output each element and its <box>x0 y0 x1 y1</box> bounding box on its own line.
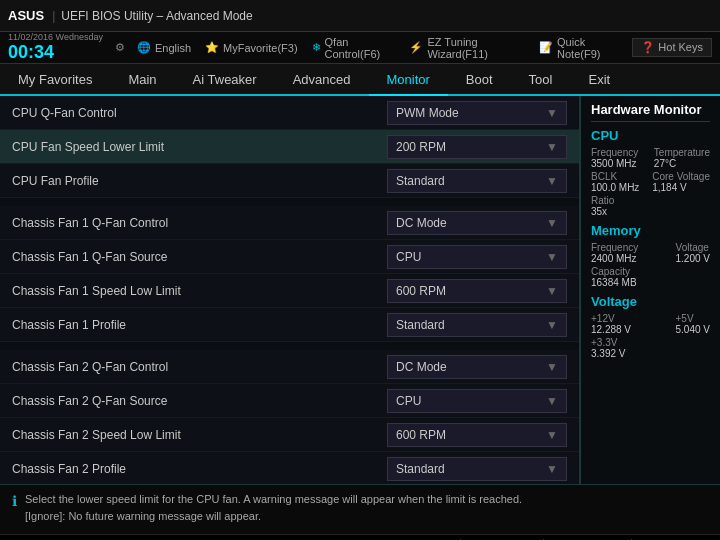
content-area: CPU Q-Fan Control PWM Mode ▼ CPU Fan Spe… <box>0 96 580 484</box>
setting-label-chassis2-speed: Chassis Fan 2 Speed Low Limit <box>12 428 387 442</box>
info-bar: 11/02/2016 Wednesday 00:34 ⚙ 🌐 English ⭐… <box>0 32 720 64</box>
dropdown-value-chassis1-profile: Standard <box>396 318 445 332</box>
setting-label-chassis1-speed: Chassis Fan 1 Speed Low Limit <box>12 284 387 298</box>
tab-my-favorites[interactable]: My Favorites <box>0 64 110 96</box>
hot-keys-label: ❓ <box>641 41 658 53</box>
setting-chassis2-profile: Chassis Fan 2 Profile Standard ▼ <box>0 452 579 484</box>
info-bar-items: 🌐 English ⭐ MyFavorite(F3) ❄ Qfan Contro… <box>137 36 620 60</box>
tab-monitor[interactable]: Monitor <box>369 64 448 96</box>
dropdown-chassis2-profile[interactable]: Standard ▼ <box>387 457 567 481</box>
dropdown-arrow: ▼ <box>546 250 558 264</box>
ez-tuning-icon: ⚡ <box>409 41 423 54</box>
tab-exit[interactable]: Exit <box>570 64 628 96</box>
voltage-33v-value: 3.392 V <box>591 348 710 359</box>
dropdown-cpu-fan-speed[interactable]: 200 RPM ▼ <box>387 135 567 159</box>
cpu-core-voltage-label: Core Voltage <box>652 171 710 182</box>
qfan-item[interactable]: ❄ Qfan Control(F6) <box>312 36 396 60</box>
memory-capacity-value: 16384 MB <box>591 277 710 288</box>
ez-tuning-label: EZ Tuning Wizard(F11) <box>427 36 525 60</box>
cpu-ratio-label: Ratio <box>591 195 710 206</box>
cpu-core-voltage-value: 1,184 V <box>652 182 710 193</box>
voltage-5v-value: 5.040 V <box>676 324 710 335</box>
section-gap-2 <box>0 342 579 350</box>
dropdown-cpu-qfan-control[interactable]: PWM Mode ▼ <box>387 101 567 125</box>
cpu-bclk-row: BCLK 100.0 MHz Core Voltage 1,184 V <box>591 171 710 193</box>
info-text-area: Select the lower speed limit for the CPU… <box>25 491 522 524</box>
tab-ai-tweaker[interactable]: Ai Tweaker <box>175 64 275 96</box>
cpu-bclk-value: 100.0 MHz <box>591 182 639 193</box>
dropdown-cpu-fan-profile[interactable]: Standard ▼ <box>387 169 567 193</box>
dropdown-arrow: ▼ <box>546 106 558 120</box>
setting-label-cpu-qfan-control: CPU Q-Fan Control <box>12 106 387 120</box>
voltage-12v-label: +12V <box>591 313 631 324</box>
setting-cpu-fan-profile: CPU Fan Profile Standard ▼ <box>0 164 579 198</box>
voltage-12v-value: 12.288 V <box>591 324 631 335</box>
language-item[interactable]: 🌐 English <box>137 41 191 54</box>
time-display: 00:34 <box>8 43 103 63</box>
info-text-2: [Ignore]: No future warning message will… <box>25 508 522 525</box>
dropdown-chassis2-qfan-source[interactable]: CPU ▼ <box>387 389 567 413</box>
memory-section-title: Memory <box>591 223 710 238</box>
dropdown-value-cpu-fan-speed: 200 RPM <box>396 140 446 154</box>
dropdown-value-cpu-fan-profile: Standard <box>396 174 445 188</box>
dropdown-chassis1-qfan-source[interactable]: CPU ▼ <box>387 245 567 269</box>
dropdown-arrow: ▼ <box>546 428 558 442</box>
hot-keys-button[interactable]: ❓ Hot Keys <box>632 38 712 57</box>
memory-voltage-label: Voltage <box>676 242 710 253</box>
memory-freq-row: Frequency 2400 MHz Voltage 1.200 V <box>591 242 710 264</box>
ez-tuning-item[interactable]: ⚡ EZ Tuning Wizard(F11) <box>409 36 525 60</box>
tab-tool[interactable]: Tool <box>511 64 571 96</box>
dropdown-arrow: ▼ <box>546 284 558 298</box>
dropdown-value-cpu-qfan-control: PWM Mode <box>396 106 459 120</box>
settings-icon[interactable]: ⚙ <box>115 41 125 54</box>
tab-main[interactable]: Main <box>110 64 174 96</box>
cpu-temperature-value: 27°C <box>654 158 710 169</box>
dropdown-value-chassis1-qfan-control: DC Mode <box>396 216 447 230</box>
dropdown-chassis1-profile[interactable]: Standard ▼ <box>387 313 567 337</box>
setting-chassis2-qfan-source: Chassis Fan 2 Q-Fan Source CPU ▼ <box>0 384 579 418</box>
cpu-ratio-value: 35x <box>591 206 710 217</box>
dropdown-chassis2-speed[interactable]: 600 RPM ▼ <box>387 423 567 447</box>
dropdown-arrow: ▼ <box>546 462 558 476</box>
setting-label-cpu-fan-speed: CPU Fan Speed Lower Limit <box>12 140 387 154</box>
dropdown-arrow: ▼ <box>546 174 558 188</box>
setting-label-cpu-fan-profile: CPU Fan Profile <box>12 174 387 188</box>
tab-advanced[interactable]: Advanced <box>275 64 369 96</box>
favorites-icon: ⭐ <box>205 41 219 54</box>
dropdown-chassis1-qfan-control[interactable]: DC Mode ▼ <box>387 211 567 235</box>
setting-chassis2-speed: Chassis Fan 2 Speed Low Limit 600 RPM ▼ <box>0 418 579 452</box>
quick-note-item[interactable]: 📝 Quick Note(F9) <box>539 36 620 60</box>
setting-label-chassis1-profile: Chassis Fan 1 Profile <box>12 318 387 332</box>
setting-label-chassis2-profile: Chassis Fan 2 Profile <box>12 462 387 476</box>
dropdown-arrow: ▼ <box>546 394 558 408</box>
dropdown-value-chassis2-qfan-control: DC Mode <box>396 360 447 374</box>
dropdown-value-chassis2-profile: Standard <box>396 462 445 476</box>
setting-cpu-fan-speed: CPU Fan Speed Lower Limit 200 RPM ▼ <box>0 130 579 164</box>
voltage-33v-label: +3.3V <box>591 337 710 348</box>
favorites-item[interactable]: ⭐ MyFavorite(F3) <box>205 41 298 54</box>
footer: Version 2.17.1246. Copyright (C) 2016 Am… <box>0 534 720 540</box>
voltage-5v-label: +5V <box>676 313 710 324</box>
dropdown-arrow: ▼ <box>546 216 558 230</box>
dropdown-chassis2-qfan-control[interactable]: DC Mode ▼ <box>387 355 567 379</box>
language-icon: 🌐 <box>137 41 151 54</box>
tab-boot[interactable]: Boot <box>448 64 511 96</box>
hot-keys-text: Hot Keys <box>658 41 703 53</box>
info-text-1: Select the lower speed limit for the CPU… <box>25 491 522 508</box>
cpu-frequency-label: Frequency <box>591 147 638 158</box>
qfan-icon: ❄ <box>312 41 321 54</box>
dropdown-chassis1-speed[interactable]: 600 RPM ▼ <box>387 279 567 303</box>
setting-chassis1-qfan-control: Chassis Fan 1 Q-Fan Control DC Mode ▼ <box>0 206 579 240</box>
memory-capacity-label: Capacity <box>591 266 710 277</box>
asus-logo: ASUS <box>8 8 44 23</box>
section-gap-1 <box>0 198 579 206</box>
bios-title: UEFI BIOS Utility – Advanced Mode <box>61 9 252 23</box>
setting-label-chassis2-qfan-control: Chassis Fan 2 Q-Fan Control <box>12 360 387 374</box>
right-sidebar: Hardware Monitor CPU Frequency 3500 MHz … <box>580 96 720 484</box>
setting-chassis1-qfan-source: Chassis Fan 1 Q-Fan Source CPU ▼ <box>0 240 579 274</box>
memory-frequency-value: 2400 MHz <box>591 253 638 264</box>
setting-label-chassis1-qfan-source: Chassis Fan 1 Q-Fan Source <box>12 250 387 264</box>
favorites-label: MyFavorite(F3) <box>223 42 298 54</box>
cpu-bclk-label: BCLK <box>591 171 639 182</box>
qfan-label: Qfan Control(F6) <box>325 36 396 60</box>
